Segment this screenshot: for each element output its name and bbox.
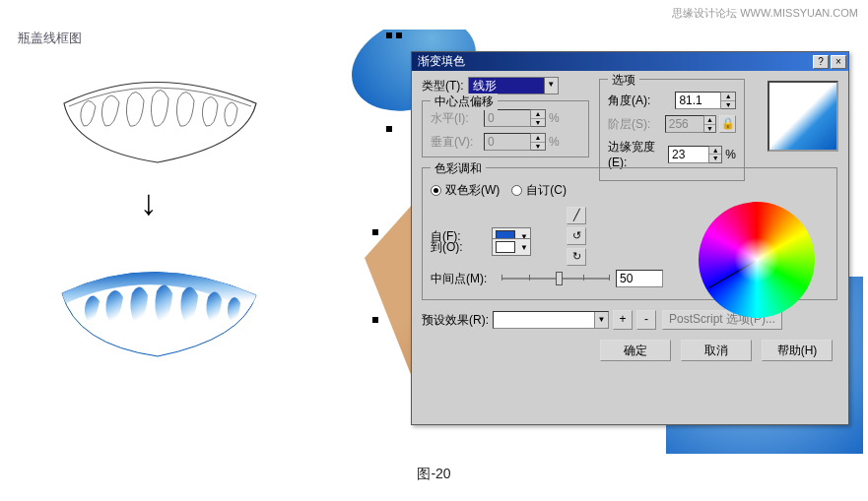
horizontal-input [484,109,531,127]
midpoint-slider[interactable] [501,270,610,287]
dialog-title: 渐变填色 [418,53,811,70]
wireframe-title: 瓶盖线框图 [18,30,82,47]
step-lock-icon[interactable]: 🔒 [719,115,736,133]
step-label: 阶层(S): [608,116,665,133]
vertical-input [484,133,531,151]
dialog-titlebar[interactable]: 渐变填色 ? × [412,52,848,71]
preset-add-button[interactable]: + [613,310,633,330]
selection-handle[interactable] [386,126,392,132]
cap-wireframe-outline [54,69,261,167]
chevron-down-icon[interactable]: ▼ [594,312,608,328]
direction-cw-icon[interactable]: ↻ [567,248,586,266]
to-color-swatch[interactable]: ▼ [492,238,531,256]
pct-label: % [725,148,736,161]
cap-rendered-gradient [54,256,261,364]
center-offset-group: 中心点偏移 水平(I): ▲▼ % 垂直(V): ▲▼ % [422,100,589,157]
gradient-fill-dialog: 渐变填色 ? × 类型(T): 线形 ▼ 中心点偏移 水平(I): ▲▼ % 垂… [411,51,849,425]
angle-label: 角度(A): [608,93,675,109]
preset-remove-button[interactable]: - [636,310,656,330]
cancel-button[interactable]: 取消 [681,340,752,361]
selection-handle[interactable] [396,32,402,38]
type-combo[interactable]: 线形 ▼ [468,77,559,94]
preset-label: 预设效果(R): [422,312,489,329]
down-arrow-icon: ↓ [140,182,158,223]
custom-radio[interactable]: 自订(C) [511,182,567,199]
step-input [665,115,704,133]
gradient-preview [768,81,838,152]
direction-ccw-icon[interactable]: ↺ [567,227,586,245]
color-wheel[interactable] [699,202,815,318]
harmony-legend: 色彩调和 [431,160,486,177]
ok-button[interactable]: 确定 [600,340,671,361]
two-color-label: 双色彩(W) [445,182,500,199]
custom-label: 自订(C) [526,182,567,199]
selection-handle[interactable] [372,317,378,323]
midpoint-value[interactable]: 50 [616,270,663,287]
vertical-label: 垂直(V): [431,134,484,151]
midpoint-label: 中间点(M): [431,271,496,287]
close-button[interactable]: × [831,55,846,69]
type-selected: 线形 [469,78,544,94]
two-color-radio[interactable]: 双色彩(W) [431,182,500,199]
angle-spinner[interactable]: ▲▼ [721,92,736,109]
direction-straight-icon[interactable]: ╱ [567,207,586,224]
help-button[interactable]: 帮助(H) [762,340,833,361]
edge-spinner[interactable]: ▲▼ [709,146,722,163]
preset-combo[interactable]: ▼ [493,311,609,329]
selection-handle[interactable] [372,229,378,235]
offset-legend: 中心点偏移 [431,94,498,110]
angle-input[interactable] [675,92,721,109]
type-label: 类型(T): [422,78,464,94]
figure-caption: 图-20 [417,466,450,483]
chevron-down-icon[interactable]: ▼ [544,78,558,94]
options-legend: 选项 [608,72,639,89]
pct-label: % [549,111,560,125]
horizontal-spinner: ▲▼ [531,109,546,127]
vertical-spinner: ▲▼ [531,133,546,151]
options-group: 选项 角度(A): ▲▼ 阶层(S): ▲▼ 🔒 边缘宽度(E): ▲▼ % [599,79,745,181]
color-harmony-group: 色彩调和 双色彩(W) 自订(C) 自(F): ▼ ╱ ↺ ↻ 到(O): ▼ [422,167,837,300]
selection-handle[interactable] [386,32,392,38]
pct-label: % [549,135,560,149]
edge-label: 边缘宽度(E): [608,139,668,169]
help-button[interactable]: ? [813,55,829,69]
step-spinner: ▲▼ [704,115,717,133]
edge-input[interactable] [668,146,709,163]
to-label: 到(O): [431,239,486,256]
watermark-text: 思缘设计论坛 WWW.MISSYUAN.COM [672,6,858,21]
horizontal-label: 水平(I): [431,110,484,127]
